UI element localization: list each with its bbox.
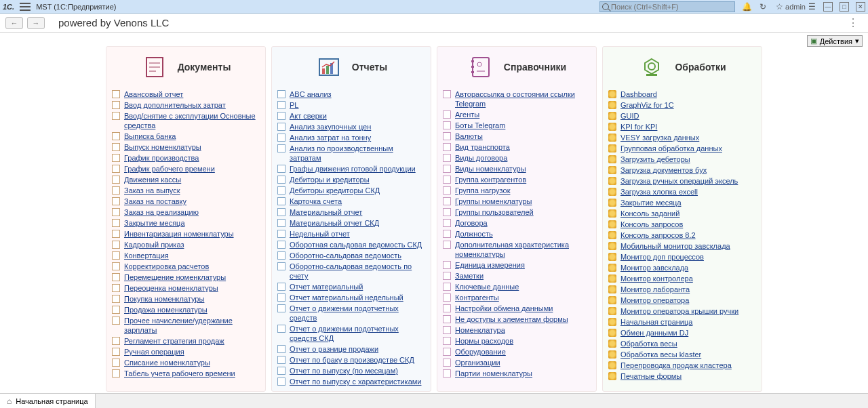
item-link[interactable]: Обработка весы [620,339,677,348]
item-link[interactable]: Монитор контролера [620,274,693,283]
item-link[interactable]: Монитор лаборанта [620,285,690,294]
item-link[interactable]: Выпуск номенклатуры [124,142,201,152]
item-link[interactable]: Перемещение номенклатуры [124,272,226,282]
item-link[interactable]: Покупка номенклатуры [124,294,204,304]
settings-icon[interactable]: ☰ [807,2,816,12]
global-search[interactable] [599,1,735,12]
item-link[interactable]: Контрагенты [455,293,499,302]
item-link[interactable]: GraphViz for 1C [620,100,674,110]
item-link[interactable]: Монитор завсклада [620,263,688,272]
item-link[interactable]: Оборотно-сальдовая ведомость [290,251,401,260]
item-link[interactable]: Договора [455,218,488,228]
maximize-button[interactable]: □ [840,2,849,12]
item-link[interactable]: Недельный отчет [290,229,350,239]
item-link[interactable]: Загрузка хлопка excell [620,187,698,197]
item-link[interactable]: Валюты [455,131,483,141]
item-link[interactable]: Начальная страница [620,317,692,327]
item-link[interactable]: Мобильный монитор завсклада [620,241,730,251]
item-link[interactable]: Отчет о движении подотчетных средств СКД [290,324,425,343]
item-link[interactable]: Организации [455,358,500,367]
item-link[interactable]: Вид транспорта [455,142,510,152]
item-link[interactable]: Анализ закупочных цен [290,122,371,131]
item-link[interactable]: Регламент стратегия продаж [124,336,224,346]
item-link[interactable]: Оборотная сальдовая ведомость СКД [290,240,422,249]
item-link[interactable]: Печатные формы [620,371,682,381]
item-link[interactable]: Закрытие месяца [124,218,185,228]
more-menu-icon[interactable]: ⋮ [844,16,863,29]
item-link[interactable]: Карточка счета [290,197,342,206]
item-link[interactable]: Кадровый приказ [124,240,184,249]
item-link[interactable]: Оборудование [455,347,506,356]
item-link[interactable]: Прочее начисление/удержание зарплаты [124,316,260,335]
item-link[interactable]: Графы движения готовой продукции [290,164,416,174]
item-link[interactable]: Монитор оператора крышки ручки [620,306,738,316]
item-link[interactable]: PL [290,100,298,110]
item-link[interactable]: Загрузить дебеторы [620,155,690,164]
item-link[interactable]: Dashboard [620,89,657,99]
item-link[interactable]: Авансовый отчет [124,89,183,99]
item-link[interactable]: Настройки обмена данными [455,304,553,313]
history-icon[interactable]: ↻ [758,2,768,12]
item-link[interactable]: Партии номенклатуры [455,369,532,378]
item-link[interactable]: Заказ на выпуск [124,186,180,195]
item-link[interactable]: GUID [620,111,639,121]
item-link[interactable]: Заказ на реализацию [124,207,199,217]
item-link[interactable]: Отчет о разнице продажи [290,344,378,354]
item-link[interactable]: График рабочего времени [124,164,215,174]
item-link[interactable]: Ввод/снятие с эксплутации Основные средс… [124,111,260,130]
user-label[interactable]: admin [791,2,800,12]
forward-button[interactable]: → [27,17,45,29]
search-input[interactable] [611,3,732,11]
item-link[interactable]: Переоценка номенклатуры [124,283,218,293]
item-link[interactable]: Корректировка расчетов [124,262,209,271]
item-link[interactable]: Заметки [455,271,484,281]
back-button[interactable]: ← [5,17,23,29]
item-link[interactable]: Обработка весы klaster [620,350,701,359]
item-link[interactable]: Табель учета рабочего времени [124,369,235,378]
item-link[interactable]: Анализ затрат на тонну [290,133,371,142]
minimize-button[interactable]: — [823,2,833,12]
tab-home[interactable]: ⌂ Начальная страница [0,394,96,408]
item-link[interactable]: Отчет о движении подотчетных средств [290,304,425,323]
item-link[interactable]: Оборотно-сальдовая ведомость по счету [290,262,425,281]
item-link[interactable]: Отчет по выпуску (по месяцам) [290,366,398,375]
item-link[interactable]: Загрузка документов бух [620,165,707,175]
item-link[interactable]: VESY загрузка данных [620,133,699,142]
item-link[interactable]: Акт сверки [290,111,327,121]
item-link[interactable]: Дополнительная характеристика номенклату… [455,240,591,259]
item-link[interactable]: Заказ на поставку [124,197,186,206]
item-link[interactable]: Ключевые данные [455,282,519,291]
item-link[interactable]: Списание номенклатуры [124,358,210,367]
item-link[interactable]: Обмен данными DJ [620,328,688,338]
item-link[interactable]: Ввод дополнительных затрат [124,100,226,110]
item-link[interactable]: Номенклатура [455,325,505,335]
item-link[interactable]: Монитор доп процессов [620,252,704,262]
item-link[interactable]: Групповая обработка данных [620,144,722,153]
item-link[interactable]: Консоль заданий [620,209,679,218]
item-link[interactable]: Должность [455,229,493,239]
item-link[interactable]: Материальный отчет СКД [290,218,379,228]
item-link[interactable]: Материальный отчет [290,207,362,217]
item-link[interactable]: Группа контрагентов [455,175,526,184]
item-link[interactable]: Дебиторы и кредиторы [290,175,370,184]
bell-icon[interactable]: 🔔 [742,2,751,12]
item-link[interactable]: Инвентаризация номенклатуры [124,229,234,239]
item-link[interactable]: Боты Telegram [455,121,505,130]
item-link[interactable]: Группы номенклатуры [455,197,532,206]
item-link[interactable]: Не доступы к элементам формы [455,314,568,324]
item-link[interactable]: Отчет по браку в производстве СКД [290,355,414,365]
item-link[interactable]: График производства [124,153,199,163]
item-link[interactable]: Дебиторы кредиторы СКД [290,186,380,195]
item-link[interactable]: Отчет по выпуску с характеристиками [290,377,421,386]
item-link[interactable]: Выписка банка [124,131,176,141]
item-link[interactable]: Закрытие месяца [620,198,682,207]
item-link[interactable]: Агенты [455,110,479,119]
menu-icon[interactable] [20,3,31,11]
item-link[interactable]: Виды номенклатуры [455,164,526,174]
item-link[interactable]: Перепроводка продаж кластера [620,361,732,370]
item-link[interactable]: Группы пользователей [455,207,534,217]
item-link[interactable]: Группа нагрузок [455,186,510,195]
item-link[interactable]: Загрузка ручных операций эксель [620,176,738,186]
star-icon[interactable]: ☆ [774,2,784,12]
item-link[interactable]: Конвертация [124,251,169,260]
